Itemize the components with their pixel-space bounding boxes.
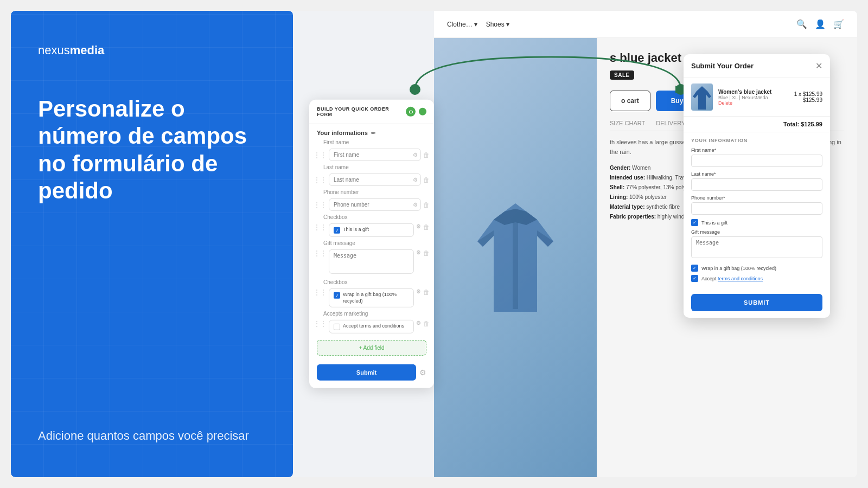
product-price: 1 x $125.99 $125.99 xyxy=(794,91,822,103)
modal-wrap-label: Wrap in a gift bag (100% recycled) xyxy=(701,266,776,271)
gear-icon[interactable]: ⚙ xyxy=(416,288,421,294)
drag-handle[interactable]: ⋮⋮ xyxy=(314,176,327,183)
product-image xyxy=(434,38,597,477)
delete-icon[interactable]: 🗑 xyxy=(423,176,430,183)
gear-icon[interactable]: ⚙ xyxy=(416,223,421,229)
product-thumbnail xyxy=(691,84,713,111)
phone-input[interactable] xyxy=(329,198,421,211)
modal-field-lastname: Last name* xyxy=(691,171,822,191)
checkbox3-label: Accept terms and conditions xyxy=(343,323,404,330)
field-label-checkbox2: Checkbox xyxy=(309,278,434,286)
modal-phone-input[interactable] xyxy=(691,202,822,215)
nav-categories: Clothe… ▾ Shoes ▾ xyxy=(447,21,509,28)
delete-icon[interactable]: 🗑 xyxy=(423,223,430,231)
tab-delivery[interactable]: DELIVERY xyxy=(656,120,685,131)
tab-size-chart[interactable]: SIZE CHART xyxy=(610,120,645,131)
sub-text: Adicione quantos campos você precisar xyxy=(38,428,266,445)
logo-prefix: nexus xyxy=(38,43,70,57)
field-label-checkbox1: Checkbox xyxy=(309,213,434,221)
firstname-input-wrapper: ⚙ xyxy=(329,149,421,161)
edit-icon[interactable]: ✏ xyxy=(371,130,375,136)
modal-form: YOUR INFORMATION First name* Last name* … xyxy=(684,132,830,291)
gear-icon[interactable]: ⚙ xyxy=(413,202,418,208)
field-row-lastname: ⋮⋮ ⚙ 🗑 xyxy=(309,171,434,188)
checkbox3-field: Accept terms and conditions xyxy=(329,320,414,333)
left-panel: nexusmedia Personalize o número de campo… xyxy=(11,11,293,477)
add-to-cart-button[interactable]: o cart xyxy=(610,91,650,111)
close-icon[interactable]: ✕ xyxy=(815,61,822,71)
quantity-price: 1 x $125.99 xyxy=(794,91,822,97)
field-row-checkbox2: ⋮⋮ ✓ Wrap in a gift bag (100% recycled) … xyxy=(309,286,434,310)
product-delete-link[interactable]: Delete xyxy=(718,100,789,106)
lastname-input[interactable] xyxy=(329,174,421,186)
modal-gift-message: Gift message xyxy=(691,229,822,260)
modal-checkbox-wrap: ✓ Wrap in a gift bag (100% recycled) xyxy=(691,265,822,272)
gift-message-wrapper xyxy=(329,249,414,276)
drag-handle[interactable]: ⋮⋮ xyxy=(314,201,327,208)
modal-wrap-checkbox[interactable]: ✓ xyxy=(691,265,698,272)
form-builder-panel: BUILD YOUR QUICK ORDER FORM ⚙ Your infor… xyxy=(309,100,434,388)
modal-gift-checkbox[interactable]: ✓ xyxy=(691,219,698,226)
phone-input-wrapper: ⚙ xyxy=(329,198,421,211)
modal-section-title: YOUR INFORMATION xyxy=(691,138,822,143)
logo-bold: media xyxy=(70,43,105,57)
checkbox2-field: ✓ Wrap in a gift bag (100% recycled) xyxy=(329,288,414,307)
modal-lastname-label: Last name* xyxy=(691,171,822,177)
modal-submit-button[interactable]: SUBMIT xyxy=(691,294,822,311)
modal-gift-textarea[interactable] xyxy=(691,236,822,258)
delete-icon[interactable]: 🗑 xyxy=(423,320,430,328)
modal-title: Submit Your Order xyxy=(691,62,754,70)
search-icon[interactable]: 🔍 xyxy=(796,19,807,29)
drag-handle[interactable]: ⋮⋮ xyxy=(314,151,327,158)
user-icon[interactable]: 👤 xyxy=(815,19,826,29)
checkbox3-unchecked[interactable] xyxy=(334,324,340,330)
product-detail-name: Women's blue jacket xyxy=(718,89,789,95)
form-builder-title: BUILD YOUR QUICK ORDER FORM xyxy=(317,106,406,117)
modal-firstname-label: First name* xyxy=(691,147,822,153)
gear-icon[interactable]: ⚙ xyxy=(416,320,421,326)
delete-icon[interactable]: 🗑 xyxy=(423,288,430,296)
svg-rect-0 xyxy=(513,222,518,309)
terms-link[interactable]: terms and conditions xyxy=(718,276,763,281)
modal-terms-checkbox[interactable]: ✓ xyxy=(691,275,698,282)
drag-handle[interactable]: ⋮⋮ xyxy=(314,249,327,257)
delete-icon[interactable]: 🗑 xyxy=(423,249,430,257)
drag-handle[interactable]: ⋮⋮ xyxy=(314,223,327,231)
modal-field-firstname: First name* xyxy=(691,147,822,167)
modal-firstname-input[interactable] xyxy=(691,155,822,167)
gear-icon[interactable]: ⚙ xyxy=(413,152,418,158)
svg-point-1 xyxy=(410,84,420,95)
price-value: $125.99 xyxy=(794,97,822,103)
modal-lastname-input[interactable] xyxy=(691,178,822,191)
gift-message-textarea[interactable] xyxy=(329,249,414,274)
add-field-button[interactable]: + Add field xyxy=(317,340,426,356)
modal-gift-message-label: Gift message xyxy=(691,229,822,235)
cart-icon[interactable]: 🛒 xyxy=(833,19,844,29)
drag-handle[interactable]: ⋮⋮ xyxy=(314,288,327,296)
right-area: Clothe… ▾ Shoes ▾ 🔍 👤 🛒 xyxy=(293,11,857,477)
field-label-checkbox3: Accepts marketing xyxy=(309,310,434,318)
firstname-input[interactable] xyxy=(329,149,421,161)
dot-indicator xyxy=(419,108,426,115)
submit-row: Submit ⚙ xyxy=(309,360,434,388)
product-detail-meta: Blue | XL | NexusMeda xyxy=(718,95,789,100)
gear-icon[interactable]: ⚙ xyxy=(413,177,418,183)
modal-checkbox-terms: ✓ Accept terms and conditions xyxy=(691,275,822,282)
delete-icon[interactable]: 🗑 xyxy=(423,201,430,208)
settings-icon[interactable]: ⚙ xyxy=(406,107,416,117)
gear-icon[interactable]: ⚙ xyxy=(416,249,421,255)
modal-product-row: Women's blue jacket Blue | XL | NexusMed… xyxy=(684,78,830,117)
delete-icon[interactable]: 🗑 xyxy=(423,151,430,158)
checkbox2-checked[interactable]: ✓ xyxy=(334,292,340,299)
field-row-checkbox3: ⋮⋮ Accept terms and conditions ⚙ 🗑 xyxy=(309,318,434,336)
submit-button[interactable]: Submit xyxy=(317,364,416,381)
chevron-down-icon: ▾ xyxy=(506,21,509,28)
gear-icon[interactable]: ⚙ xyxy=(419,368,426,377)
nav-category-shoes[interactable]: Shoes ▾ xyxy=(486,21,509,28)
lastname-input-wrapper: ⚙ xyxy=(329,174,421,186)
drag-handle[interactable]: ⋮⋮ xyxy=(314,320,327,328)
nav-category-clothes[interactable]: Clothe… ▾ xyxy=(447,21,477,28)
field-label-phone: Phone number xyxy=(309,188,434,196)
checkbox1-checked[interactable]: ✓ xyxy=(334,227,340,234)
modal-field-phone: Phone number* xyxy=(691,195,822,215)
